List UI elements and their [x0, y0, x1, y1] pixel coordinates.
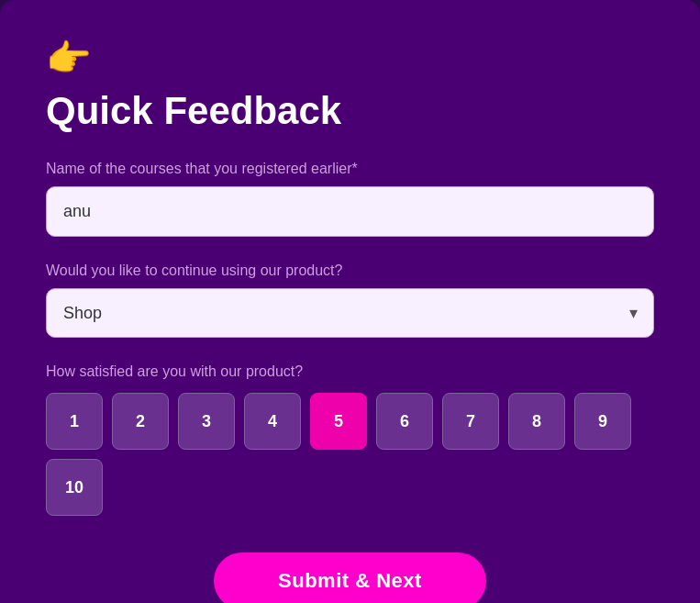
rating-btn-8[interactable]: 8	[508, 393, 565, 450]
rating-btn-7[interactable]: 7	[442, 393, 499, 450]
product-label: Would you like to continue using our pro…	[46, 262, 654, 279]
page-title: Quick Feedback	[46, 89, 654, 133]
feedback-card: 👉 Quick Feedback Name of the courses tha…	[0, 0, 700, 603]
satisfaction-label: How satisfied are you with our product?	[46, 363, 654, 380]
course-label: Name of the courses that you registered …	[46, 161, 654, 177]
rating-btn-10[interactable]: 10	[46, 459, 103, 516]
rating-btn-2[interactable]: 2	[112, 393, 169, 450]
rating-btn-4[interactable]: 4	[244, 393, 301, 450]
rating-btn-1[interactable]: 1	[46, 393, 103, 450]
rating-row: 12345678910	[46, 393, 654, 516]
product-select-wrapper: Shop Yes No Maybe ▾	[46, 288, 654, 338]
rating-btn-6[interactable]: 6	[376, 393, 433, 450]
rating-btn-9[interactable]: 9	[574, 393, 631, 450]
submit-next-button[interactable]: Submit & Next	[214, 553, 486, 603]
product-select[interactable]: Shop Yes No Maybe	[46, 288, 654, 338]
course-input[interactable]	[46, 186, 654, 237]
submit-wrapper: Submit & Next	[46, 553, 654, 603]
rating-btn-3[interactable]: 3	[178, 393, 235, 450]
pointing-emoji: 👉	[46, 37, 654, 80]
rating-btn-5[interactable]: 5	[310, 393, 367, 450]
